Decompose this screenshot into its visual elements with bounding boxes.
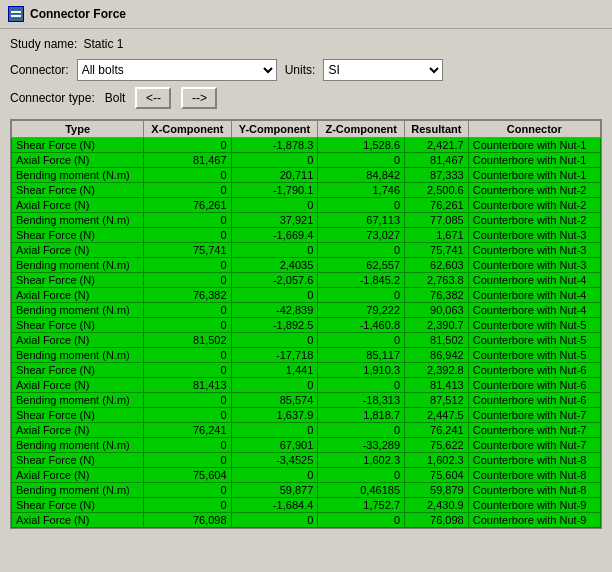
table-row: Axial Force (N)81,5020081,502Counterbore… [12, 333, 601, 348]
table-cell: 0 [144, 138, 231, 153]
table-row: Axial Force (N)76,2410076,241Counterbore… [12, 423, 601, 438]
table-cell: Counterbore with Nut-7 [468, 408, 600, 423]
table-cell: 0 [231, 288, 318, 303]
table-cell: 1,671 [405, 228, 469, 243]
table-row: Axial Force (N)81,4670081,467Counterbore… [12, 153, 601, 168]
table-cell: 76,241 [405, 423, 469, 438]
svg-rect-2 [11, 15, 21, 17]
table-cell: 1,602.3 [405, 453, 469, 468]
study-label: Study name: [10, 37, 77, 51]
units-select[interactable]: SI [323, 59, 443, 81]
table-cell: Counterbore with Nut-9 [468, 498, 600, 513]
table-row: Axial Force (N)76,2610076,261Counterbore… [12, 198, 601, 213]
table-cell: -1,684.4 [231, 498, 318, 513]
table-row: Bending moment (N.m)085,574-18,31387,512… [12, 393, 601, 408]
table-cell: 76,382 [144, 288, 231, 303]
window-title: Connector Force [30, 7, 126, 21]
table-cell: Axial Force (N) [12, 468, 144, 483]
table-cell: 2,500.6 [405, 183, 469, 198]
table-cell: 0 [318, 378, 405, 393]
table-cell: 1,528.6 [318, 138, 405, 153]
table-cell: Bending moment (N.m) [12, 303, 144, 318]
table-cell: Counterbore with Nut-8 [468, 453, 600, 468]
table-cell: 0 [318, 468, 405, 483]
table-cell: 81,467 [405, 153, 469, 168]
table-cell: Bending moment (N.m) [12, 393, 144, 408]
table-cell: 0 [144, 528, 231, 530]
svg-rect-1 [11, 11, 21, 13]
table-cell: 0 [231, 153, 318, 168]
table-cell: Counterbore with Nut-8 [468, 468, 600, 483]
table-header: Resultant [405, 121, 469, 138]
table-row: Shear Force (N)0-1,684.41,752.72,430.9Co… [12, 498, 601, 513]
table-cell: Bending moment (N.m) [12, 168, 144, 183]
table-cell: 0 [144, 168, 231, 183]
table-cell: 81,413 [144, 378, 231, 393]
table-cell: 1,752.7 [318, 498, 405, 513]
table-cell: 74,937 [405, 528, 469, 530]
table-cell: -1,669.4 [231, 228, 318, 243]
table-cell: 0 [144, 498, 231, 513]
table-cell: 0 [318, 153, 405, 168]
table-cell: 2,763.8 [405, 273, 469, 288]
table-cell: 0 [144, 213, 231, 228]
table-cell: -1,878.3 [231, 138, 318, 153]
table-cell: 76,382 [405, 288, 469, 303]
table-cell: Shear Force (N) [12, 228, 144, 243]
table-cell: 2,392.8 [405, 363, 469, 378]
table-cell: 0 [144, 453, 231, 468]
table-cell: 86,942 [405, 348, 469, 363]
table-cell: 37,921 [231, 213, 318, 228]
table-body: Shear Force (N)0-1,878.31,528.62,421.7Co… [12, 138, 601, 530]
title-bar: Connector Force [0, 0, 612, 29]
table-cell: 59,877 [231, 483, 318, 498]
table-cell: Bending moment (N.m) [12, 528, 144, 530]
table-row: Axial Force (N)81,4130081,413Counterbore… [12, 378, 601, 393]
next-button[interactable]: --> [181, 87, 217, 109]
table-cell: 0 [144, 348, 231, 363]
table-cell: 87,333 [405, 168, 469, 183]
table-cell: 76,241 [144, 423, 231, 438]
table-cell: 81,467 [144, 153, 231, 168]
table-cell: 0 [144, 363, 231, 378]
table-cell: Counterbore with Nut-8 [468, 483, 600, 498]
table-cell: Shear Force (N) [12, 363, 144, 378]
prev-button[interactable]: <-- [135, 87, 171, 109]
table-header-row: TypeX-ComponentY-ComponentZ-ComponentRes… [12, 121, 601, 138]
table-cell: Bending moment (N.m) [12, 483, 144, 498]
table-cell: Axial Force (N) [12, 333, 144, 348]
table-header: Z-Component [318, 121, 405, 138]
table-cell: 84,842 [318, 168, 405, 183]
table-cell: Bending moment (N.m) [12, 438, 144, 453]
units-label: Units: [285, 63, 316, 77]
table-cell: Shear Force (N) [12, 498, 144, 513]
table-cell: -2,057.6 [231, 273, 318, 288]
connector-units-row: Connector: All bolts Units: SI [10, 59, 602, 81]
table-row: Axial Force (N)75,6040075,604Counterbore… [12, 468, 601, 483]
table-cell: -1,790.1 [231, 183, 318, 198]
table-cell: 59,879 [405, 483, 469, 498]
table-cell: 0 [318, 513, 405, 528]
table-cell: 1,818.7 [318, 408, 405, 423]
table-cell: 87,512 [405, 393, 469, 408]
table-cell: 62,603 [405, 258, 469, 273]
app-icon [8, 6, 24, 22]
table-row: Bending moment (N.m)0-17,71885,11786,942… [12, 348, 601, 363]
table-cell: 0 [144, 318, 231, 333]
table-cell: 0 [231, 468, 318, 483]
table-cell: 0 [144, 483, 231, 498]
table-cell: 0 [144, 228, 231, 243]
table-cell: 75,741 [405, 243, 469, 258]
table-row: Shear Force (N)0-3,45251,602.31,602.3Cou… [12, 453, 601, 468]
table-cell: Counterbore with Nut-5 [468, 333, 600, 348]
connector-select[interactable]: All bolts [77, 59, 277, 81]
table-cell: Bending moment (N.m) [12, 348, 144, 363]
table-row: Bending moment (N.m)020,71184,84287,333C… [12, 168, 601, 183]
table-row: Bending moment (N.m)0-42,83979,22290,063… [12, 303, 601, 318]
table-cell: 0 [144, 408, 231, 423]
table-cell: 35,852 [318, 528, 405, 530]
table-header: Connector [468, 121, 600, 138]
table-row: Axial Force (N)75,7410075,741Counterbore… [12, 243, 601, 258]
table-cell: 67,901 [231, 438, 318, 453]
table-cell: 0 [144, 183, 231, 198]
